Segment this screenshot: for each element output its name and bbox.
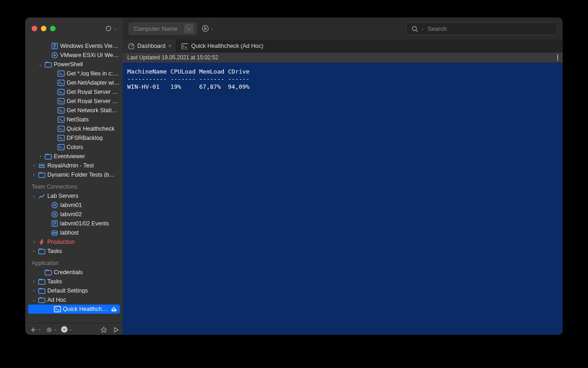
disclosure-chevron-icon[interactable]: ⌵ [38, 62, 43, 67]
disclosure-chevron-icon[interactable]: › [32, 288, 36, 293]
eventlog-icon [51, 42, 58, 50]
tree-item[interactable]: Credentials [25, 268, 123, 277]
run-dropdown[interactable]: ⌵ [202, 25, 213, 32]
zoom-window-button[interactable] [50, 26, 56, 31]
tree-item[interactable]: Get Royal Server U… [25, 87, 123, 97]
computer-name-combo[interactable]: Computer Name ⌵ [128, 22, 197, 35]
tree-item[interactable]: Get-NetAdapter wit… [25, 78, 123, 87]
tree-item[interactable]: ›Default Settings [25, 286, 123, 295]
tree-item[interactable]: ⌵PowerShell [25, 60, 123, 69]
tree-item-label: Get *.log files in c:\… [67, 71, 120, 77]
tree-item-label: Windows Events View… [60, 43, 120, 49]
crown-icon [38, 162, 45, 169]
tree-item[interactable]: labvm01 [25, 201, 123, 210]
gauge-icon [127, 42, 135, 50]
add-dropdown-icon[interactable]: ⌵ [38, 327, 40, 331]
tree-item[interactable]: labhost [25, 228, 123, 237]
ring-icon[interactable] [105, 25, 112, 32]
tree-item[interactable]: labvm01/02 Events [25, 219, 123, 228]
ps-icon [57, 98, 65, 105]
tree-item[interactable]: ›Tasks [25, 277, 123, 286]
view-toggle-button[interactable]: » [61, 326, 68, 333]
status-bar: Last Updated 19.05.2021 at 15:02:52 [123, 52, 563, 63]
folder-icon [38, 171, 45, 178]
tree-item[interactable]: Quick Healthcheck [25, 124, 123, 133]
tree-item[interactable]: ›Eventviewer [25, 152, 123, 161]
combo-chevron-icon[interactable]: ⌵ [184, 24, 193, 33]
close-window-button[interactable] [32, 26, 37, 31]
add-button[interactable] [29, 326, 36, 333]
section-header-team: Team Connections [25, 179, 123, 191]
last-updated-text: Last Updated 19.05.2021 at 15:02:52 [127, 54, 218, 61]
tree-item[interactable]: ›RoyalAdmin - Test [25, 161, 123, 170]
navigation-tree: Windows Events View…VMware ESXi UI WebP…… [25, 40, 123, 323]
tree-item[interactable]: labvm02 [25, 210, 123, 219]
sidebar-footer: ⌵ ⌵ » ⌵ [25, 323, 123, 335]
tree-item[interactable]: ›Dynamic Folder Tests (b… [25, 170, 123, 179]
tree-item-label: Get Network Statistic [67, 108, 120, 114]
tree-item[interactable]: VMware ESXi UI WebP… [25, 51, 123, 60]
tree-item-label: labvm02 [60, 212, 82, 218]
disclosure-chevron-icon[interactable]: › [32, 279, 36, 284]
ps-icon [57, 107, 65, 114]
bolt-icon [38, 238, 45, 246]
tree-item-label: VMware ESXi UI WebP… [60, 52, 120, 58]
disclosure-chevron-icon[interactable]: ⌵ [32, 298, 36, 302]
tree-item-label: Get Royal Server U… [67, 89, 120, 95]
tree-item-label: Quick Healthcheck [67, 126, 114, 132]
disclosure-chevron-icon[interactable]: › [32, 240, 36, 244]
tree-item[interactable]: ›Production [25, 237, 123, 247]
tree-item[interactable]: Get Royal Server U… [25, 97, 123, 106]
settings-dropdown-icon[interactable]: ⌵ [54, 327, 57, 331]
tree-item-label: Colors [67, 144, 83, 150]
tree-item[interactable]: NetStats [25, 115, 123, 124]
app-window: ⌵ Windows Events View…VMware ESXi UI Web… [25, 17, 563, 335]
tree-item-label: Credentials [54, 270, 83, 276]
folder-icon [38, 296, 45, 304]
tree-item-label: DFSRBacklog [67, 135, 103, 141]
sidebar: ⌵ Windows Events View…VMware ESXi UI Web… [25, 17, 123, 335]
tree-item-label: Default Settings [47, 288, 88, 294]
tree-item-label: Tasks [47, 248, 62, 254]
circle-x-icon [51, 211, 58, 218]
terminal-output: MachineName CPULoad MemLoad CDrive -----… [123, 63, 563, 335]
minimize-window-button[interactable] [41, 26, 46, 31]
folder-icon [45, 153, 52, 160]
tree-item-label: Get Royal Server U… [67, 98, 120, 104]
tree-item[interactable]: Windows Events View… [25, 41, 123, 51]
tree-item-label: Tasks [47, 279, 62, 285]
refresh-button[interactable] [557, 54, 558, 61]
search-placeholder: Search [428, 25, 447, 32]
ps-icon [57, 144, 65, 151]
view-dropdown-icon[interactable]: ⌵ [69, 327, 72, 331]
tree-item-label: PowerShell [54, 62, 83, 68]
tree-item-label: Quick Healthcheck… [63, 306, 108, 312]
tree-item[interactable]: ⌵Lab Servers [25, 191, 123, 201]
search-chevron-icon: ⌵ [422, 27, 424, 31]
section-header-application: Application [25, 256, 123, 268]
disclosure-chevron-icon[interactable]: › [32, 249, 36, 253]
tab-dashboard[interactable]: Dashboard × [123, 40, 176, 52]
close-tab-button[interactable]: × [168, 43, 171, 49]
disclosure-chevron-icon[interactable]: ⌵ [32, 194, 36, 198]
disclosure-chevron-icon[interactable]: › [32, 163, 36, 168]
eject-button[interactable] [110, 305, 117, 313]
run-button[interactable] [112, 326, 119, 333]
favorite-button[interactable] [100, 326, 107, 333]
folder-icon [38, 287, 45, 294]
folder-icon [38, 278, 45, 285]
tab-quick-healthcheck[interactable]: Quick Healthcheck (Ad Hoc) [176, 40, 268, 52]
disclosure-chevron-icon[interactable]: › [38, 154, 43, 159]
tree-item[interactable]: ›Tasks [25, 247, 123, 256]
tree-item[interactable]: Quick Healthcheck… [28, 305, 120, 314]
tree-item[interactable]: Get Network Statistic [25, 106, 123, 115]
ps-icon [57, 79, 65, 86]
dropdown-chevron-icon[interactable]: ⌵ [114, 26, 116, 31]
tree-item[interactable]: Colors [25, 143, 123, 152]
tree-item[interactable]: DFSRBacklog [25, 133, 123, 143]
settings-button[interactable] [45, 326, 52, 333]
disclosure-chevron-icon[interactable]: › [32, 172, 36, 177]
search-input[interactable]: ⌵ Search [406, 22, 557, 35]
tree-item[interactable]: Get *.log files in c:\… [25, 69, 123, 78]
tree-item[interactable]: ⌵Ad Hoc [25, 295, 123, 305]
